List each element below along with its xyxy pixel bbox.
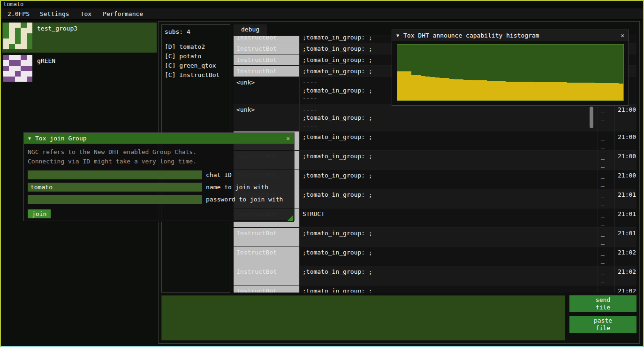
contact-item-gREEN[interactable]: gREEN: [2, 55, 157, 85]
join-description-line2: Connecting via ID might take a very long…: [28, 157, 290, 166]
os-titlebar: tomato: [1, 1, 643, 8]
message-author: InstructBot: [234, 54, 299, 65]
histogram-bar: [619, 84, 623, 100]
histogram-bar: [439, 78, 444, 100]
histogram-bar: [614, 83, 619, 100]
histogram-bar: [600, 83, 605, 100]
menu-bar: 2.0FPS SettingsToxPerformance: [1, 8, 643, 20]
message-time: 21:00: [614, 151, 636, 170]
message-author: InstructBot: [234, 66, 299, 77]
histogram-bar: [477, 80, 482, 100]
histogram-window: ▼ Tox DHT announce capability histogram …: [392, 30, 629, 106]
histogram-bar: [473, 80, 477, 100]
message-author: <unk>: [234, 77, 299, 104]
field-label: password to join with: [206, 196, 283, 203]
paste-file-button[interactable]: paste file: [569, 316, 636, 333]
message-row: <unk>---- ;tomato_in_group: ; ----_ _21:…: [234, 104, 636, 131]
histogram-bar: [586, 83, 591, 100]
message-author: InstructBot: [234, 247, 299, 266]
histogram-bar: [496, 81, 501, 100]
composer-buttons: send file paste file: [569, 295, 636, 340]
histogram-bar: [524, 82, 529, 100]
histogram-bar: [402, 71, 407, 100]
histogram-bar: [435, 77, 439, 100]
message-status: _ _: [598, 208, 614, 227]
message-status: _ _: [598, 131, 614, 150]
message-time: 21:01: [614, 208, 636, 227]
subs-item-green_qtox[interactable]: [C] green_qtox: [165, 61, 227, 70]
subs-item-potato[interactable]: [C] potato: [165, 52, 227, 61]
message-input[interactable]: [161, 295, 565, 340]
histogram-bar: [581, 83, 586, 100]
histogram-bar: [553, 82, 558, 100]
histogram-bar: [534, 82, 538, 100]
histogram-bar: [501, 81, 506, 100]
message-row: InstructBot;tomato_in_group: ;_ _21:01: [234, 228, 636, 247]
join-fields: chat IDname to join withpassword to join…: [28, 170, 290, 204]
histogram-plot: [397, 44, 624, 101]
field-label: name to join with: [206, 184, 268, 191]
message-time: 21:00: [614, 131, 636, 150]
join-field-password-to-join-with[interactable]: [28, 195, 202, 204]
message-time: 21:00: [614, 104, 636, 131]
message-status: _ _: [598, 266, 614, 285]
os-window-title: tomato: [3, 1, 23, 8]
histogram-window-titlebar[interactable]: ▼ Tox DHT announce capability histogram …: [392, 30, 629, 41]
subs-item-InstructBot[interactable]: [C] InstructBot: [165, 70, 227, 80]
message-row: InstructBot;tomato_in_group: ;_ _21:02: [234, 247, 636, 266]
message-text: ;tomato_in_group: ;: [299, 170, 598, 189]
histogram-bar: [459, 79, 463, 100]
join-field-name-to-join-with[interactable]: [28, 183, 202, 192]
histogram-bar: [421, 76, 425, 100]
histogram-bar: [609, 83, 614, 100]
field-label: chat ID: [206, 171, 232, 178]
subs-count: subs: 4: [165, 28, 227, 35]
message-author: InstructBot: [234, 43, 299, 54]
contact-item-test_group3[interactable]: test_group3: [2, 23, 157, 53]
message-text: ---- ;tomato_in_group: ; ----: [299, 104, 598, 131]
tab-debug[interactable]: debug: [234, 24, 267, 36]
message-status: _ _: [598, 189, 614, 208]
join-field-row: name to join with: [28, 183, 290, 192]
message-status: _ _: [598, 151, 614, 170]
send-file-button[interactable]: send file: [569, 295, 636, 312]
resize-grip-icon[interactable]: [287, 215, 293, 221]
close-icon[interactable]: ✕: [286, 135, 290, 142]
menu-item-performance[interactable]: Performance: [97, 10, 149, 17]
contact-name: test_group3: [37, 23, 77, 32]
message-text: ;tomato_in_group: ;: [299, 151, 598, 170]
histogram-bar: [605, 83, 609, 100]
join-button[interactable]: join: [28, 209, 51, 218]
histogram-bar: [411, 75, 416, 100]
histogram-bar: [492, 81, 496, 100]
histogram-bar: [444, 78, 449, 100]
join-window-body: NGC refers to the New DHT enabled Group …: [24, 144, 294, 222]
histogram-bar: [529, 82, 534, 100]
histogram-bar: [543, 82, 548, 100]
histogram-bar: [558, 82, 562, 100]
scrollbar-thumb[interactable]: [590, 107, 593, 128]
message-time: 21:00: [614, 170, 636, 189]
collapse-arrow-icon[interactable]: ▼: [28, 136, 31, 141]
menu-item-settings[interactable]: Settings: [34, 10, 75, 17]
histogram-bar: [538, 82, 543, 100]
menu-item-tox[interactable]: Tox: [75, 10, 97, 17]
message-time: 21:02: [614, 266, 636, 285]
message-text: STRUCT: [299, 208, 598, 227]
join-field-chat-ID[interactable]: [28, 170, 202, 179]
subs-list: [D] tomato2[C] potato[C] green_qtox[C] I…: [165, 42, 227, 80]
avatar: [3, 55, 32, 82]
histogram-bar: [506, 82, 510, 100]
message-author: <unk>: [234, 104, 299, 131]
histogram-bar: [430, 77, 435, 100]
histogram-bar: [591, 83, 595, 100]
message-time: 21:01: [614, 228, 636, 247]
close-icon[interactable]: ✕: [621, 32, 624, 39]
histogram-bar: [515, 82, 520, 100]
join-field-row: password to join with: [28, 195, 290, 204]
collapse-arrow-icon[interactable]: ▼: [396, 33, 399, 38]
histogram-bar: [468, 80, 473, 100]
histogram-bar: [454, 79, 459, 100]
subs-item-tomato2[interactable]: [D] tomato2: [165, 42, 227, 52]
join-window-titlebar[interactable]: ▼ Tox join Group ✕: [24, 133, 294, 144]
